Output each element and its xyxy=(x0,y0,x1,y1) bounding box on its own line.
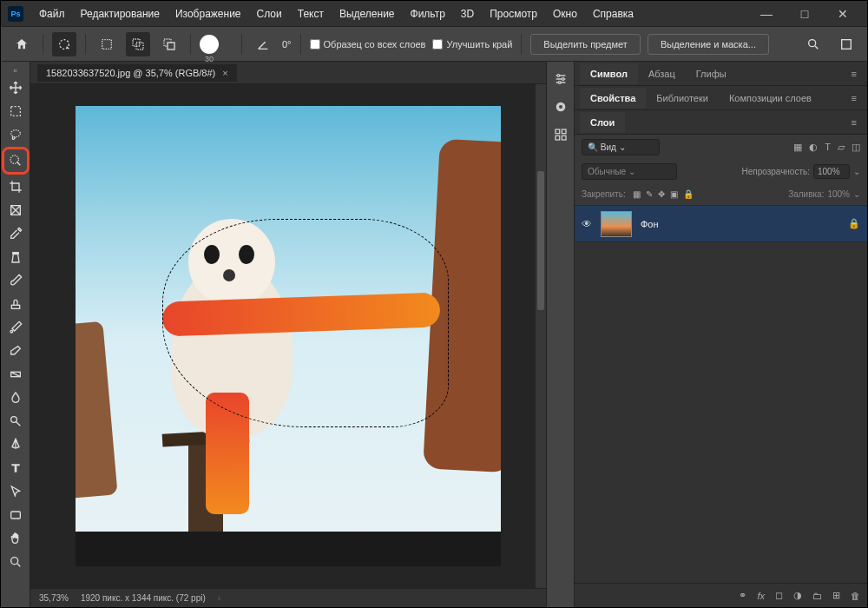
healing-brush-tool[interactable] xyxy=(4,246,27,268)
adjustment-layer-icon[interactable]: ◑ xyxy=(793,590,802,601)
menu-layers[interactable]: Слои xyxy=(250,4,289,23)
menu-image[interactable]: Изображение xyxy=(168,4,248,23)
filter-shape-icon[interactable]: ▱ xyxy=(838,142,845,153)
svg-rect-26 xyxy=(556,135,560,140)
delete-layer-icon[interactable]: 🗑 xyxy=(851,591,860,601)
filter-adjustment-icon[interactable]: ◐ xyxy=(809,142,818,153)
menu-window[interactable]: Окно xyxy=(546,4,584,23)
filter-smart-icon[interactable]: ◫ xyxy=(852,142,860,153)
enhance-edge-check[interactable]: Улучшить край xyxy=(432,39,512,50)
crop-tool[interactable] xyxy=(4,175,27,198)
layer-style-icon[interactable]: fx xyxy=(757,591,765,601)
path-selection-tool[interactable] xyxy=(4,480,27,503)
menu-edit[interactable]: Редактирование xyxy=(74,4,167,23)
tab-libraries[interactable]: Библиотеки xyxy=(646,88,719,109)
tab-character[interactable]: Символ xyxy=(580,63,638,84)
blend-mode-select[interactable]: Обычные ⌄ xyxy=(582,163,677,180)
zoom-tool[interactable] xyxy=(4,551,27,573)
lock-brush-icon[interactable]: ✎ xyxy=(646,189,653,199)
tab-paragraph[interactable]: Абзац xyxy=(638,63,686,84)
select-subject-button[interactable]: Выделить предмет xyxy=(530,34,641,55)
angle-icon[interactable] xyxy=(251,32,275,56)
panel-menu-icon[interactable]: ≡ xyxy=(846,93,862,103)
tab-properties[interactable]: Свойства xyxy=(580,88,646,109)
blur-tool[interactable] xyxy=(4,387,27,409)
frame-tool[interactable] xyxy=(4,199,27,221)
selection-subtract-icon[interactable] xyxy=(157,32,181,56)
adjustments-icon[interactable] xyxy=(550,69,571,89)
toolbar-expand-icon[interactable]: » xyxy=(1,65,30,76)
menu-view[interactable]: Просмотр xyxy=(483,4,544,23)
new-layer-icon[interactable]: ⊞ xyxy=(832,590,840,601)
document-tab[interactable]: 1582033637520.jpg @ 35,7% (RGB/8#) × xyxy=(37,64,237,82)
rectangle-tool[interactable] xyxy=(4,504,27,526)
tab-layers[interactable]: Слои xyxy=(580,112,625,133)
sample-all-layers-check[interactable]: Образец со всех слоев xyxy=(310,39,426,50)
visibility-toggle-icon[interactable]: 👁 xyxy=(582,218,592,230)
eyedropper-tool[interactable] xyxy=(4,222,27,245)
home-icon[interactable] xyxy=(10,32,34,56)
filter-pixel-icon[interactable]: ▦ xyxy=(793,142,802,153)
layer-mask-icon[interactable]: ◻ xyxy=(775,590,783,601)
selection-new-icon[interactable] xyxy=(95,32,119,56)
gradient-tool[interactable] xyxy=(4,363,27,386)
menu-3d[interactable]: 3D xyxy=(454,4,481,23)
lock-all-icon[interactable]: 🔒 xyxy=(683,189,694,199)
quick-select-icon[interactable] xyxy=(52,32,76,56)
lock-icon[interactable]: 🔒 xyxy=(848,218,860,229)
angle-value[interactable]: 0° xyxy=(282,39,292,50)
opacity-value[interactable]: 100% xyxy=(813,164,850,179)
menu-help[interactable]: Справка xyxy=(586,4,641,23)
workspace-switcher-icon[interactable] xyxy=(834,32,858,56)
zoom-level[interactable]: 35,73% xyxy=(39,593,69,603)
group-layers-icon[interactable]: 🗀 xyxy=(812,591,822,601)
search-icon[interactable] xyxy=(801,32,825,56)
layer-thumbnail[interactable] xyxy=(601,211,632,237)
minimize-button[interactable]: — xyxy=(749,2,784,26)
panel-menu-icon[interactable]: ≡ xyxy=(846,69,862,79)
clone-stamp-tool[interactable] xyxy=(4,293,27,315)
menu-text[interactable]: Текст xyxy=(291,4,331,23)
brush-tool[interactable] xyxy=(4,269,27,292)
marquee-tool[interactable] xyxy=(4,100,27,122)
layer-row[interactable]: 👁 Фон 🔒 xyxy=(575,206,867,242)
type-tool[interactable] xyxy=(4,457,27,479)
tab-close-icon[interactable]: × xyxy=(222,68,227,78)
select-and-mask-button[interactable]: Выделение и маска... xyxy=(648,34,769,55)
layers-blend-row: Обычные ⌄ Непрозрачность: 100% ⌄ xyxy=(575,159,867,183)
history-brush-tool[interactable] xyxy=(4,316,27,339)
pen-tool[interactable] xyxy=(4,433,27,456)
quick-selection-tool[interactable] xyxy=(2,147,30,175)
layer-filter-icons: ▦ ◐ T ▱ ◫ xyxy=(793,142,860,153)
menu-select[interactable]: Выделение xyxy=(332,4,402,23)
layer-name[interactable]: Фон xyxy=(641,219,839,229)
fill-value[interactable]: 100% xyxy=(827,189,850,199)
canvas[interactable] xyxy=(76,106,501,532)
lock-artboard-icon[interactable]: ▣ xyxy=(670,189,678,199)
lock-position-icon[interactable]: ✥ xyxy=(658,189,665,199)
tab-glyphs[interactable]: Глифы xyxy=(686,63,737,84)
menu-filter[interactable]: Фильтр xyxy=(404,4,452,23)
hand-tool[interactable] xyxy=(4,527,27,550)
lock-pixels-icon[interactable]: ▦ xyxy=(633,189,641,199)
tab-layer-comps[interactable]: Композиции слоев xyxy=(719,88,822,109)
close-button[interactable]: ✕ xyxy=(825,2,860,26)
layer-filter-type[interactable]: 🔍 Вид ⌄ xyxy=(582,139,660,155)
filter-type-icon[interactable]: T xyxy=(825,142,831,153)
lasso-tool[interactable] xyxy=(4,123,27,146)
svg-rect-27 xyxy=(562,135,566,140)
move-tool[interactable] xyxy=(4,76,27,99)
dodge-tool[interactable] xyxy=(4,410,27,433)
swatches-icon[interactable] xyxy=(550,124,571,145)
canvas-viewport[interactable] xyxy=(30,84,546,588)
status-more-icon[interactable]: › xyxy=(218,593,220,603)
eraser-tool[interactable] xyxy=(4,340,27,362)
maximize-button[interactable]: □ xyxy=(787,2,822,26)
vertical-scrollbar[interactable] xyxy=(536,84,546,588)
link-layers-icon[interactable]: ⚭ xyxy=(739,590,746,601)
selection-add-icon[interactable] xyxy=(126,32,150,56)
panel-menu-icon[interactable]: ≡ xyxy=(846,117,862,128)
color-icon[interactable] xyxy=(550,96,571,117)
menu-file[interactable]: Файл xyxy=(32,4,72,23)
brush-preview[interactable]: 30 xyxy=(200,35,219,54)
